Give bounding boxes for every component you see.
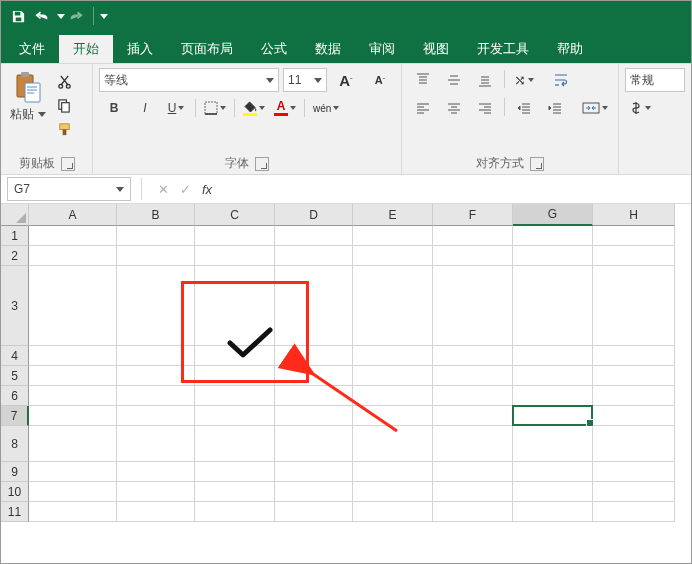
row-header-3[interactable]: 3 xyxy=(1,266,29,346)
format-painter-icon[interactable] xyxy=(53,118,75,140)
cell-D3[interactable] xyxy=(275,266,353,346)
borders-icon[interactable] xyxy=(200,96,230,120)
cell-E5[interactable] xyxy=(353,366,433,386)
align-top-icon[interactable] xyxy=(408,68,438,92)
cell-F2[interactable] xyxy=(433,246,513,266)
tab-help[interactable]: 帮助 xyxy=(543,35,597,63)
cell-A11[interactable] xyxy=(29,502,117,522)
cell-B3[interactable] xyxy=(117,266,195,346)
column-header-C[interactable]: C xyxy=(195,204,275,226)
cell-G8[interactable] xyxy=(513,426,593,462)
cell-H5[interactable] xyxy=(593,366,675,386)
cell-E10[interactable] xyxy=(353,482,433,502)
cell-E4[interactable] xyxy=(353,346,433,366)
italic-button[interactable]: I xyxy=(130,96,160,120)
tab-dev[interactable]: 开发工具 xyxy=(463,35,543,63)
cell-C9[interactable] xyxy=(195,462,275,482)
cell-A1[interactable] xyxy=(29,226,117,246)
cell-H4[interactable] xyxy=(593,346,675,366)
column-header-A[interactable]: A xyxy=(29,204,117,226)
cell-C5[interactable] xyxy=(195,366,275,386)
cell-F1[interactable] xyxy=(433,226,513,246)
cell-F3[interactable] xyxy=(433,266,513,346)
increase-indent-icon[interactable] xyxy=(540,96,570,120)
tab-insert[interactable]: 插入 xyxy=(113,35,167,63)
worksheet[interactable]: ABCDEFGH 1234567891011 xyxy=(1,204,691,564)
cell-C8[interactable] xyxy=(195,426,275,462)
cell-D2[interactable] xyxy=(275,246,353,266)
cell-G9[interactable] xyxy=(513,462,593,482)
align-right-icon[interactable] xyxy=(470,96,500,120)
tab-layout[interactable]: 页面布局 xyxy=(167,35,247,63)
cell-E9[interactable] xyxy=(353,462,433,482)
fill-color-icon[interactable] xyxy=(239,96,269,120)
cell-B9[interactable] xyxy=(117,462,195,482)
cell-G1[interactable] xyxy=(513,226,593,246)
number-format-dropdown[interactable]: 常规 xyxy=(625,68,685,92)
row-header-9[interactable]: 9 xyxy=(1,462,29,482)
cell-H11[interactable] xyxy=(593,502,675,522)
decrease-indent-icon[interactable] xyxy=(509,96,539,120)
column-header-G[interactable]: G xyxy=(513,204,593,226)
cell-B11[interactable] xyxy=(117,502,195,522)
cell-H2[interactable] xyxy=(593,246,675,266)
cell-D4[interactable] xyxy=(275,346,353,366)
underline-button[interactable]: U xyxy=(161,96,191,120)
cell-G7[interactable] xyxy=(513,406,593,426)
merge-center-icon[interactable] xyxy=(578,96,612,120)
cell-E8[interactable] xyxy=(353,426,433,462)
cell-G4[interactable] xyxy=(513,346,593,366)
row-header-7[interactable]: 7 xyxy=(1,406,29,426)
cell-E3[interactable] xyxy=(353,266,433,346)
cell-F7[interactable] xyxy=(433,406,513,426)
cell-C1[interactable] xyxy=(195,226,275,246)
cell-C7[interactable] xyxy=(195,406,275,426)
cell-F8[interactable] xyxy=(433,426,513,462)
paste-button[interactable]: 粘贴 xyxy=(7,68,49,123)
name-box[interactable]: G7 xyxy=(7,177,131,201)
row-header-11[interactable]: 11 xyxy=(1,502,29,522)
cell-D5[interactable] xyxy=(275,366,353,386)
row-header-4[interactable]: 4 xyxy=(1,346,29,366)
cancel-formula-icon[interactable]: ✕ xyxy=(152,178,174,200)
qat-customize-icon[interactable] xyxy=(100,14,108,19)
cell-E1[interactable] xyxy=(353,226,433,246)
clipboard-launcher-icon[interactable] xyxy=(61,157,75,171)
cell-A3[interactable] xyxy=(29,266,117,346)
row-header-1[interactable]: 1 xyxy=(1,226,29,246)
cell-H6[interactable] xyxy=(593,386,675,406)
cell-B8[interactable] xyxy=(117,426,195,462)
tab-file[interactable]: 文件 xyxy=(5,35,59,63)
cell-H1[interactable] xyxy=(593,226,675,246)
cell-C11[interactable] xyxy=(195,502,275,522)
cell-G11[interactable] xyxy=(513,502,593,522)
align-middle-icon[interactable] xyxy=(439,68,469,92)
row-header-8[interactable]: 8 xyxy=(1,426,29,462)
tab-formulas[interactable]: 公式 xyxy=(247,35,301,63)
cell-F11[interactable] xyxy=(433,502,513,522)
bold-button[interactable]: B xyxy=(99,96,129,120)
cell-C2[interactable] xyxy=(195,246,275,266)
cell-D9[interactable] xyxy=(275,462,353,482)
cell-G2[interactable] xyxy=(513,246,593,266)
font-name-dropdown[interactable]: 等线 xyxy=(99,68,279,92)
cell-F4[interactable] xyxy=(433,346,513,366)
cell-B10[interactable] xyxy=(117,482,195,502)
align-left-icon[interactable] xyxy=(408,96,438,120)
cell-B1[interactable] xyxy=(117,226,195,246)
cell-C10[interactable] xyxy=(195,482,275,502)
alignment-launcher-icon[interactable] xyxy=(530,157,544,171)
column-header-E[interactable]: E xyxy=(353,204,433,226)
font-color-icon[interactable]: A xyxy=(270,96,300,120)
decrease-font-icon[interactable]: Aˇ xyxy=(365,68,395,92)
cell-D6[interactable] xyxy=(275,386,353,406)
column-header-D[interactable]: D xyxy=(275,204,353,226)
font-launcher-icon[interactable] xyxy=(255,157,269,171)
redo-icon[interactable] xyxy=(65,5,87,27)
font-size-dropdown[interactable]: 11 xyxy=(283,68,327,92)
cell-A10[interactable] xyxy=(29,482,117,502)
cell-C3[interactable] xyxy=(195,266,275,346)
select-all-triangle[interactable] xyxy=(1,204,29,226)
cell-E6[interactable] xyxy=(353,386,433,406)
cell-A4[interactable] xyxy=(29,346,117,366)
